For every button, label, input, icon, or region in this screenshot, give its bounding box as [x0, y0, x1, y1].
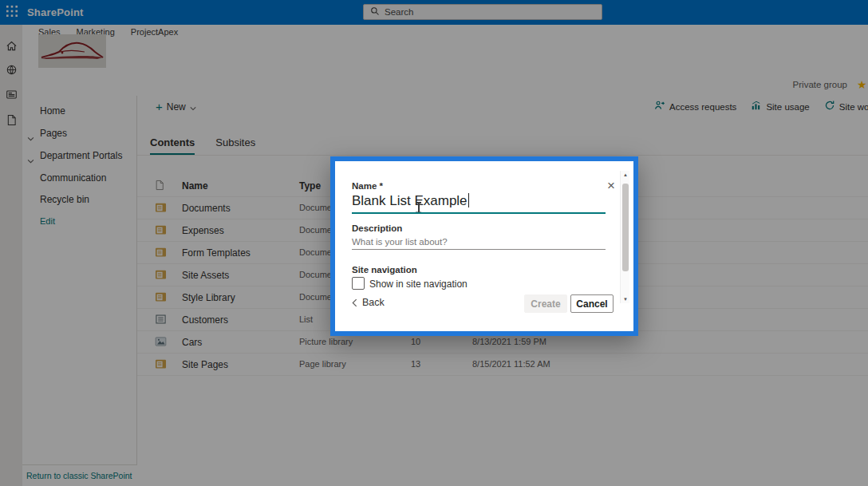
scrollbar-thumb[interactable]	[622, 184, 629, 271]
description-input-underline	[352, 249, 606, 250]
create-list-dialog: × Name * Blank List Example Description …	[335, 161, 633, 331]
text-ibeam-cursor	[416, 202, 421, 213]
site-navigation-label: Site navigation	[352, 265, 417, 275]
create-button[interactable]: Create	[524, 294, 567, 313]
name-label: Name *	[352, 181, 383, 191]
name-input-underline	[352, 212, 606, 214]
sharepoint-page: SharePoint Search SalesMarketingProjectA…	[0, 0, 868, 486]
checkbox-label: Show in site navigation	[369, 279, 468, 290]
scroll-up-icon[interactable]: ▲	[621, 172, 630, 177]
close-icon[interactable]: ×	[604, 179, 618, 193]
scroll-down-icon[interactable]: ▼	[621, 297, 630, 302]
dialog-scrollbar[interactable]: ▲ ▼	[620, 171, 629, 303]
name-input[interactable]: Blank List Example	[352, 193, 469, 209]
description-label: Description	[352, 223, 402, 233]
cancel-button[interactable]: Cancel	[570, 294, 614, 313]
modal-highlight-box: × Name * Blank List Example Description …	[330, 156, 638, 336]
name-input-value: Blank List Example	[352, 193, 468, 208]
description-input[interactable]: What is your list about?	[352, 237, 448, 247]
back-button[interactable]: Back	[352, 297, 385, 308]
back-button-label: Back	[362, 297, 385, 308]
show-in-site-navigation-checkbox[interactable]	[352, 277, 365, 290]
text-caret	[468, 193, 469, 207]
